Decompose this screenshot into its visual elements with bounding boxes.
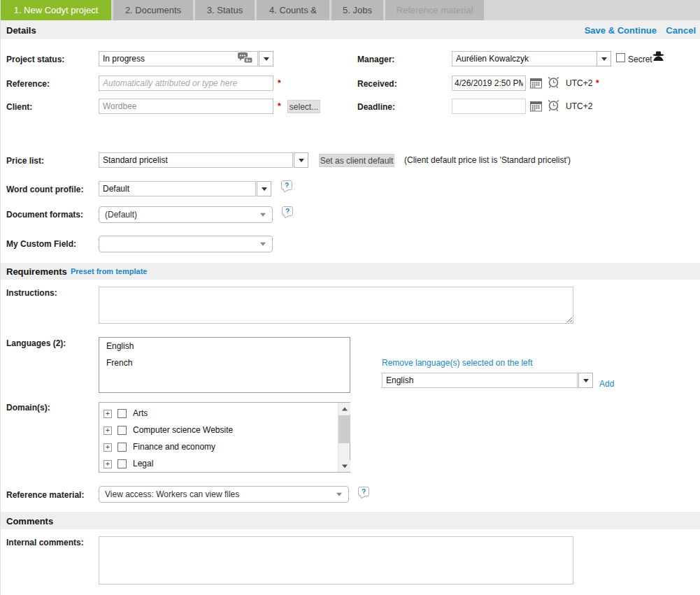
document-formats-select[interactable]: (Default) xyxy=(99,206,273,223)
chevron-down-icon xyxy=(583,379,589,382)
language-option-french[interactable]: French xyxy=(99,354,350,371)
help-icon[interactable]: ? xyxy=(358,487,369,496)
domain-checkbox[interactable] xyxy=(117,443,127,452)
calendar-icon[interactable] xyxy=(530,101,542,114)
domain-label: Legal xyxy=(133,459,153,468)
word-count-profile-label: Word count profile: xyxy=(6,185,83,194)
received-timezone: UTC+2 xyxy=(566,78,592,88)
comments-header-bar: Comments xyxy=(1,512,700,529)
domain-checkbox[interactable] xyxy=(117,409,127,418)
domain-label: Arts xyxy=(133,408,148,418)
internal-comments-label: Internal comments: xyxy=(6,538,84,547)
scroll-down-button[interactable] xyxy=(338,460,350,472)
domain-checkbox[interactable] xyxy=(117,459,127,468)
chevron-down-icon xyxy=(601,57,607,61)
domains-scrollbar[interactable] xyxy=(338,403,350,472)
domains-treebox[interactable]: + Arts + Computer science Website + Fina… xyxy=(99,402,350,473)
client-required-mark: * xyxy=(278,101,281,111)
my-custom-field-select[interactable] xyxy=(99,236,273,252)
cancel-button[interactable]: Cancel xyxy=(666,24,696,35)
reference-label: Reference: xyxy=(6,79,50,89)
client-select-button[interactable]: select... xyxy=(287,100,320,113)
price-list-field[interactable]: Standard pricelist xyxy=(99,152,293,168)
tab-reference-material: Reference material xyxy=(385,0,484,20)
domain-row-legal[interactable]: + Legal xyxy=(99,456,338,473)
client-default-note: (Client default price list is 'Standard … xyxy=(404,155,571,165)
expand-icon[interactable]: + xyxy=(103,410,112,418)
svg-text:9+: 9+ xyxy=(246,58,251,62)
language-option-english[interactable]: English xyxy=(99,338,350,354)
word-count-profile-field[interactable]: Default xyxy=(99,181,256,196)
set-client-default-button[interactable]: Set as client default xyxy=(319,154,394,167)
clock-icon[interactable] xyxy=(547,99,560,114)
chevron-down-icon xyxy=(262,187,267,191)
received-required-mark: * xyxy=(596,78,599,88)
project-status-label: Project status: xyxy=(6,55,64,64)
domains-label: Domain(s): xyxy=(6,403,50,413)
instructions-textarea[interactable] xyxy=(99,287,573,324)
preset-from-template-link[interactable]: Preset from template xyxy=(71,267,147,275)
domain-label: Computer science Website xyxy=(133,425,233,435)
client-input[interactable] xyxy=(99,99,273,114)
details-header-bar: Details Save & Continue Cancel xyxy=(1,20,700,39)
languages-listbox[interactable]: English French xyxy=(99,337,350,393)
new-codyt-project-page: 1. New Codyt project 2. Documents 3. Sta… xyxy=(0,0,700,595)
details-section-title: Details xyxy=(6,24,36,35)
expand-icon[interactable]: + xyxy=(103,460,112,468)
my-custom-field-label: My Custom Field: xyxy=(6,239,76,249)
chevron-down-icon xyxy=(336,493,342,496)
price-list-dropdown-button[interactable] xyxy=(294,152,308,168)
internal-comments-textarea[interactable] xyxy=(99,536,573,585)
arrow-down-icon xyxy=(342,464,348,468)
add-language-dropdown-button[interactable] xyxy=(578,373,593,388)
manager-field[interactable]: Aurélien Kowalczyk xyxy=(452,51,597,66)
add-language-field[interactable]: English xyxy=(382,373,578,388)
tab-documents[interactable]: 2. Documents xyxy=(113,0,193,20)
scrollbar-thumb[interactable] xyxy=(338,415,350,443)
word-count-profile-dropdown-button[interactable] xyxy=(257,181,271,196)
document-formats-value: (Default) xyxy=(105,210,137,220)
project-status-field[interactable]: In progress xyxy=(99,51,258,66)
requirements-header-bar: Requirements Preset from template xyxy=(1,263,700,280)
arrow-up-icon xyxy=(342,407,348,410)
deadline-input[interactable] xyxy=(452,99,526,114)
calendar-icon[interactable] xyxy=(530,78,542,91)
deadline-timezone: UTC+2 xyxy=(566,101,592,111)
document-formats-label: Document formats: xyxy=(6,210,83,220)
tab-counts[interactable]: 4. Counts & xyxy=(257,0,329,20)
secret-checkbox[interactable] xyxy=(616,53,625,62)
comments-section-title: Comments xyxy=(6,515,53,526)
project-status-dropdown-button[interactable] xyxy=(259,51,273,66)
wizard-tab-bar: 1. New Codyt project 2. Documents 3. Sta… xyxy=(1,0,700,20)
tab-status[interactable]: 3. Status xyxy=(195,0,255,20)
secret-label: Secret xyxy=(628,55,652,64)
domain-row-finance[interactable]: + Finance and economy xyxy=(99,439,338,456)
manager-dropdown-button[interactable] xyxy=(597,51,611,66)
save-continue-button[interactable]: Save & Continue xyxy=(585,24,657,35)
expand-icon[interactable]: + xyxy=(103,443,112,452)
languages-label: Languages (2): xyxy=(6,338,66,348)
help-icon[interactable]: ? xyxy=(282,206,293,216)
remove-language-link[interactable]: Remove language(s) selected on the left xyxy=(382,358,532,368)
reference-input[interactable] xyxy=(99,76,273,91)
received-input[interactable] xyxy=(452,76,526,91)
help-icon[interactable]: ? xyxy=(281,180,292,190)
clock-icon[interactable] xyxy=(547,76,560,91)
chevron-down-icon xyxy=(299,159,304,162)
status-comments-icon[interactable]: 9+ xyxy=(237,52,254,67)
tab-new-codyt-project[interactable]: 1. New Codyt project xyxy=(1,0,111,20)
reference-material-label: Reference material: xyxy=(6,490,84,500)
reference-material-select[interactable]: View access: Workers can view files xyxy=(99,486,349,503)
domain-row-arts[interactable]: + Arts xyxy=(99,406,338,422)
scroll-up-button[interactable] xyxy=(338,403,350,415)
expand-icon[interactable]: + xyxy=(103,426,112,435)
domain-label: Finance and economy xyxy=(133,442,215,452)
chevron-down-icon xyxy=(260,213,266,217)
tab-jobs[interactable]: 5. Jobs xyxy=(331,0,383,20)
add-language-link[interactable]: Add xyxy=(599,379,614,389)
domain-checkbox[interactable] xyxy=(117,426,127,435)
instructions-label: Instructions: xyxy=(6,288,57,298)
domain-row-computer-science[interactable]: + Computer science Website xyxy=(99,422,338,439)
manager-label: Manager: xyxy=(357,55,394,64)
received-label: Received: xyxy=(357,79,397,89)
